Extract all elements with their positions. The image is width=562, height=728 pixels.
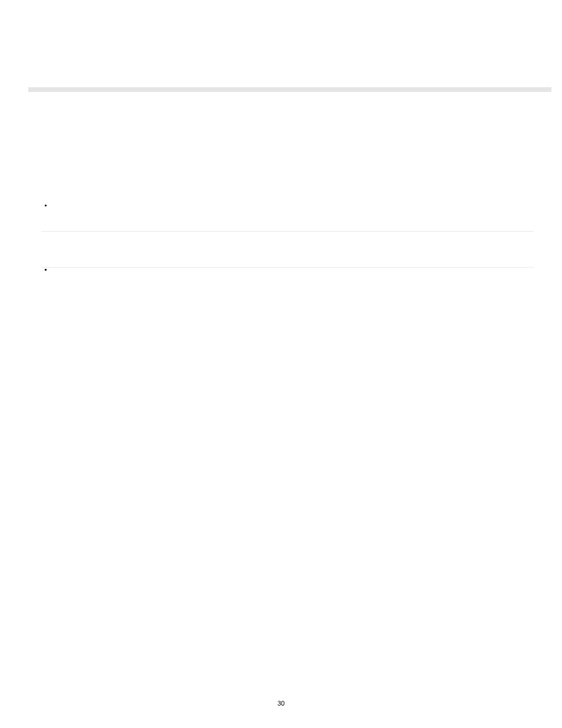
- section-divider: [41, 267, 534, 268]
- page-number: 30: [0, 700, 562, 707]
- section-divider: [41, 231, 534, 232]
- document-page: 30: [0, 0, 562, 728]
- page-number-text: 30: [277, 700, 285, 707]
- header-divider-bar: [28, 87, 551, 92]
- page-content: [41, 195, 534, 268]
